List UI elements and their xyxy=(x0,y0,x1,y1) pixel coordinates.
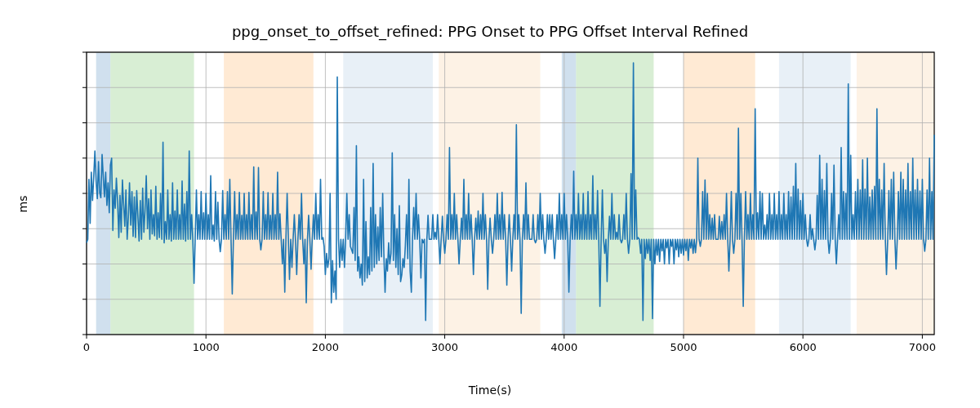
x-tick-label: 3000 xyxy=(431,341,458,353)
figure: ppg_onset_to_offset_refined: PPG Onset t… xyxy=(0,0,980,408)
x-tick-label: 2000 xyxy=(312,341,339,353)
x-axis-label: Time(s) xyxy=(0,384,980,397)
plot-axes: 0100020003000400050006000700060070080090… xyxy=(82,49,939,359)
x-tick-label: 6000 xyxy=(790,341,817,353)
x-tick-label: 5000 xyxy=(670,341,697,353)
y-axis-label: ms xyxy=(16,196,29,213)
x-tick-label: 1000 xyxy=(193,341,220,353)
x-tick-label: 4000 xyxy=(550,341,577,353)
chart-title: ppg_onset_to_offset_refined: PPG Onset t… xyxy=(0,23,980,40)
x-tick-label: 0 xyxy=(83,341,90,353)
x-tick-label: 7000 xyxy=(909,341,936,353)
